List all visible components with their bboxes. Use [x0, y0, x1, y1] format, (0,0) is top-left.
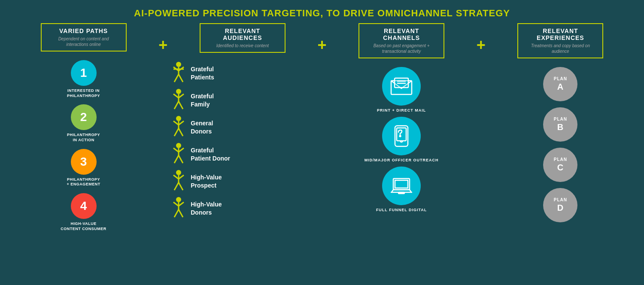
channel-label-laptop: FULL FUNNEL DIGITAL: [376, 208, 427, 212]
columns-wrapper: VARIED PATHS Dependent on content and in…: [0, 23, 644, 232]
column-relevant-channels: RELEVANT CHANNELS Based on past engageme…: [331, 23, 472, 212]
person-icon-5: [172, 170, 185, 193]
path-label-4: HIGH-VALUECONTENT CONSUMER: [61, 221, 106, 231]
channel-circle-phone: [382, 117, 421, 155]
relevant-experiences-subtitle: Treatments and copy based on audience: [525, 43, 595, 54]
audience-label-6: High-ValueDonors: [191, 200, 222, 216]
path-label-2: PHILANTHROPYIN ACTION: [67, 133, 100, 142]
list-item: GratefulFamily: [172, 88, 313, 112]
person-icon-3: [172, 115, 185, 139]
path-circle-2: 2: [71, 104, 97, 130]
plan-label-a: PLANA: [554, 76, 567, 92]
plan-label-d: PLAND: [554, 197, 567, 213]
path-circle-1: 1: [71, 60, 97, 86]
svg-line-27: [173, 175, 179, 179]
list-item: 4 HIGH-VALUECONTENT CONSUMER: [61, 193, 106, 231]
list-item: High-ValueProspect: [172, 170, 313, 193]
column-varied-paths: VARIED PATHS Dependent on content and in…: [13, 23, 154, 232]
person-icon-6: [172, 197, 185, 220]
person-icon-1: [172, 61, 185, 85]
svg-line-15: [173, 121, 179, 125]
channel-label-mail: PRINT + DIRECT MAIL: [377, 108, 426, 112]
plus-sign-1: +: [158, 32, 167, 54]
audience-label-3: GeneralDonors: [191, 119, 213, 135]
plus-sign-3: +: [477, 32, 486, 54]
svg-rect-45: [395, 180, 408, 188]
channel-items-list: PRINT + DIRECT MAIL MID/MAJOR OFFICER OU…: [331, 67, 472, 212]
svg-line-28: [179, 175, 184, 179]
svg-line-23: [174, 155, 179, 163]
plan-circle-b: PLANB: [543, 107, 577, 142]
audience-items-list: GratefulPatients GratefulFamily: [172, 61, 313, 220]
audience-label-1: GratefulPatients: [191, 65, 214, 81]
svg-line-18: [179, 128, 183, 136]
plan-label-c: PLANC: [554, 157, 567, 173]
svg-line-24: [179, 155, 183, 163]
path-label-3: PHILANTHROPY+ ENGAGEMENT: [67, 177, 100, 187]
svg-point-43: [400, 136, 401, 137]
list-item: FULL FUNNEL DIGITAL: [376, 167, 427, 212]
svg-line-12: [179, 101, 183, 109]
audience-label-5: High-ValueProspect: [191, 173, 222, 189]
person-icon-4: [172, 142, 185, 166]
svg-line-9: [173, 94, 179, 98]
path-items-list: 1 INTERESTED INPHILANTHROPY 2 PHILANTHRO…: [13, 60, 154, 232]
list-item: GeneralDonors: [172, 115, 313, 139]
svg-line-35: [174, 209, 179, 217]
channel-label-phone: MID/MAJOR OFFICER OUTREACH: [365, 158, 439, 162]
svg-line-10: [179, 94, 184, 98]
plan-label-b: PLANB: [554, 117, 567, 132]
path-circle-4: 4: [71, 193, 97, 219]
list-item: PRINT + DIRECT MAIL: [377, 67, 426, 112]
svg-line-21: [173, 148, 179, 152]
plan-circle-a: PLANA: [543, 67, 577, 101]
plan-circle-c: PLANC: [543, 148, 577, 182]
svg-point-31: [176, 197, 181, 202]
list-item: MID/MAJOR OFFICER OUTREACH: [365, 117, 439, 162]
svg-line-22: [179, 148, 184, 152]
svg-line-11: [174, 101, 179, 109]
path-label-1: INTERESTED INPHILANTHROPY: [67, 88, 100, 98]
svg-point-13: [176, 116, 181, 121]
audience-label-2: GratefulFamily: [191, 92, 214, 108]
svg-line-4: [179, 74, 183, 82]
plus-sign-2: +: [317, 32, 326, 54]
list-item: 3 PHILANTHROPY+ ENGAGEMENT: [67, 149, 100, 187]
plan-circle-d: PLAND: [543, 188, 577, 222]
svg-line-29: [174, 182, 179, 190]
relevant-channels-subtitle: Based on past engagement + transactional…: [366, 43, 437, 54]
audience-label-4: GratefulPatient Donor: [191, 146, 230, 162]
experience-items-list: PLANA PLANB PLANC PLAND: [543, 67, 577, 222]
list-item: GratefulPatients: [172, 61, 313, 85]
svg-point-0: [176, 62, 181, 67]
svg-point-25: [176, 170, 181, 175]
relevant-channels-title: RELEVANT CHANNELS: [366, 27, 437, 41]
column-relevant-audiences: RELEVANT AUDIENCES Identified to receive…: [172, 23, 313, 220]
relevant-experiences-header: RELEVANT EXPERIENCES Treatments and copy…: [517, 23, 603, 58]
varied-paths-title: VARIED PATHS: [49, 27, 119, 34]
svg-point-19: [176, 143, 181, 148]
svg-line-36: [179, 209, 183, 217]
path-circle-3: 3: [71, 149, 97, 175]
svg-rect-47: [398, 192, 404, 194]
relevant-audiences-title: RELEVANT AUDIENCES: [207, 27, 278, 41]
varied-paths-header: VARIED PATHS Dependent on content and in…: [41, 23, 127, 52]
svg-line-33: [173, 202, 179, 206]
channel-circle-mail: [382, 67, 421, 106]
list-item: GratefulPatient Donor: [172, 142, 313, 166]
list-item: 2 PHILANTHROPYIN ACTION: [67, 104, 100, 142]
page-title: AI-POWERED PRECISION TARGETING, TO DRIVE…: [0, 0, 644, 23]
svg-line-3: [174, 74, 179, 82]
svg-point-7: [176, 89, 181, 94]
column-relevant-experiences: RELEVANT EXPERIENCES Treatments and copy…: [490, 23, 631, 222]
svg-line-17: [174, 128, 179, 136]
person-icon-2: [172, 88, 185, 112]
relevant-experiences-title: RELEVANT EXPERIENCES: [525, 27, 595, 41]
relevant-channels-header: RELEVANT CHANNELS Based on past engageme…: [358, 23, 444, 58]
varied-paths-subtitle: Dependent on content and interactions on…: [49, 36, 119, 47]
svg-line-34: [179, 202, 184, 206]
relevant-audiences-header: RELEVANT AUDIENCES Identified to receive…: [200, 23, 286, 53]
relevant-audiences-subtitle: Identified to receive content: [207, 43, 278, 49]
list-item: 1 INTERESTED INPHILANTHROPY: [67, 60, 100, 98]
svg-line-16: [179, 121, 184, 125]
